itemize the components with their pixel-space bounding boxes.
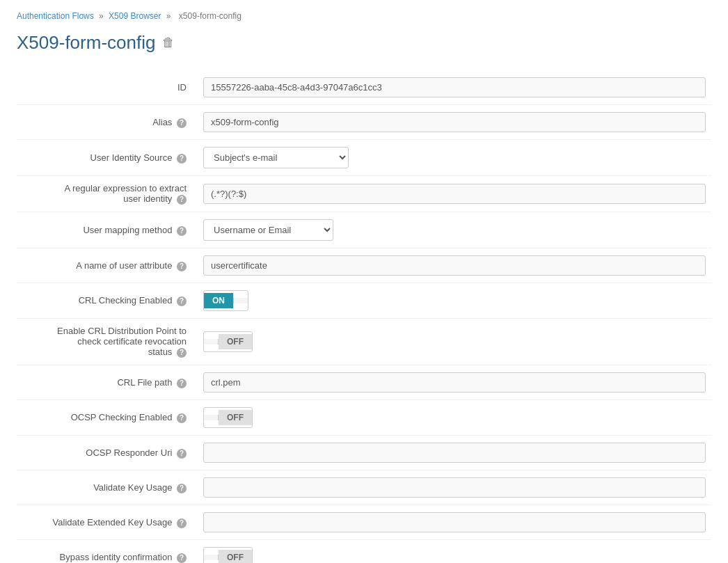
crl-toggle-off: [233, 298, 248, 303]
validate-extended-key-usage-row: Validate Extended Key Usage ?: [17, 505, 711, 540]
crl-dist-toggle-off: OFF: [219, 334, 252, 349]
bypass-identity-help-icon[interactable]: ?: [177, 553, 187, 563]
crl-toggle-on: ON: [204, 293, 233, 308]
bypass-identity-row: Bypass identity confirmation ? OFF: [17, 540, 711, 564]
crl-checking-label: CRL Checking Enabled ?: [17, 283, 198, 319]
regex-help-icon[interactable]: ?: [177, 195, 187, 205]
breadcrumb-current: x509-form-config: [179, 11, 242, 21]
user-attribute-input[interactable]: [203, 255, 706, 276]
validate-key-usage-help-icon[interactable]: ?: [177, 484, 187, 493]
validate-extended-key-usage-input[interactable]: [203, 512, 706, 532]
id-input[interactable]: [203, 77, 706, 97]
delete-icon[interactable]: 🗑: [162, 35, 175, 50]
ocsp-checking-value-cell: OFF: [198, 400, 711, 436]
crl-distribution-row: Enable CRL Distribution Point tocheck ce…: [17, 319, 711, 365]
validate-key-usage-input[interactable]: [203, 477, 706, 498]
user-attribute-value-cell: [198, 248, 711, 283]
validate-extended-key-usage-value-cell: [198, 505, 711, 540]
user-attribute-row: A name of user attribute ?: [17, 248, 711, 283]
crl-distribution-help-icon[interactable]: ?: [177, 348, 187, 358]
alias-row: Alias ?: [17, 105, 711, 140]
ocsp-responder-value-cell: [198, 436, 711, 470]
user-mapping-method-label: User mapping method ?: [17, 212, 198, 248]
ocsp-responder-input[interactable]: [203, 443, 706, 463]
user-attribute-label: A name of user attribute ?: [17, 248, 198, 283]
validate-key-usage-value-cell: [198, 470, 711, 505]
ocsp-responder-help-icon[interactable]: ?: [177, 449, 187, 459]
id-value-cell: [198, 70, 711, 105]
id-row: ID: [17, 70, 711, 105]
alias-value-cell: [198, 105, 711, 140]
user-mapping-method-row: User mapping method ? Username or Email …: [17, 212, 711, 248]
breadcrumb-auth-flows[interactable]: Authentication Flows: [17, 11, 94, 21]
validate-key-usage-row: Validate Key Usage ?: [17, 470, 711, 505]
breadcrumb-sep-2: »: [166, 11, 171, 21]
page-title-container: X509-form-config 🗑: [17, 32, 711, 54]
bypass-toggle-on-empty: [204, 555, 219, 560]
ocsp-checking-row: OCSP Checking Enabled ? OFF: [17, 400, 711, 436]
regex-row: A regular expression to extractuser iden…: [17, 176, 711, 212]
crl-checking-toggle[interactable]: ON: [203, 290, 248, 311]
crl-file-path-help-icon[interactable]: ?: [177, 379, 187, 388]
bypass-identity-value-cell: OFF: [198, 540, 711, 564]
user-mapping-method-value-cell: Username or Email Custom Attribute Mappe…: [198, 212, 711, 248]
user-mapping-method-select[interactable]: Username or Email Custom Attribute Mappe…: [203, 219, 333, 241]
crl-dist-toggle-on-empty: [204, 339, 219, 344]
ocsp-responder-row: OCSP Responder Uri ?: [17, 436, 711, 470]
ocsp-toggle-on-empty: [204, 415, 219, 420]
bypass-toggle-off: OFF: [219, 550, 252, 563]
regex-label: A regular expression to extractuser iden…: [17, 176, 198, 212]
validate-key-usage-label: Validate Key Usage ?: [17, 470, 198, 505]
user-identity-source-help-icon[interactable]: ?: [177, 154, 187, 164]
ocsp-responder-label: OCSP Responder Uri ?: [17, 436, 198, 470]
user-identity-source-row: User Identity Source ? Subject's e-mail …: [17, 140, 711, 176]
crl-file-path-label: CRL File path ?: [17, 365, 198, 400]
crl-checking-help-icon[interactable]: ?: [177, 296, 187, 306]
crl-file-path-row: CRL File path ?: [17, 365, 711, 400]
crl-distribution-label: Enable CRL Distribution Point tocheck ce…: [17, 319, 198, 365]
crl-checking-value-cell: ON: [198, 283, 711, 319]
breadcrumb-sep-1: »: [99, 11, 104, 21]
crl-file-path-value-cell: [198, 365, 711, 400]
regex-input[interactable]: [203, 184, 706, 204]
crl-distribution-toggle[interactable]: OFF: [203, 331, 253, 352]
regex-value-cell: [198, 176, 711, 212]
user-identity-source-label: User Identity Source ?: [17, 140, 198, 176]
validate-extended-key-usage-label: Validate Extended Key Usage ?: [17, 505, 198, 540]
user-mapping-method-help-icon[interactable]: ?: [177, 226, 187, 236]
user-attribute-help-icon[interactable]: ?: [177, 262, 187, 271]
bypass-identity-toggle[interactable]: OFF: [203, 547, 253, 563]
ocsp-checking-toggle[interactable]: OFF: [203, 407, 253, 428]
alias-input[interactable]: [203, 112, 706, 132]
breadcrumb: Authentication Flows » X509 Browser » x5…: [17, 11, 711, 21]
crl-checking-row: CRL Checking Enabled ? ON: [17, 283, 711, 319]
alias-label: Alias ?: [17, 105, 198, 140]
ocsp-checking-help-icon[interactable]: ?: [177, 413, 187, 423]
ocsp-checking-label: OCSP Checking Enabled ?: [17, 400, 198, 436]
crl-distribution-value-cell: OFF: [198, 319, 711, 365]
id-label: ID: [17, 70, 198, 105]
alias-help-icon[interactable]: ?: [177, 118, 187, 128]
user-identity-source-select[interactable]: Subject's e-mail Subject's Common Name S…: [203, 147, 349, 168]
validate-extended-key-usage-help-icon[interactable]: ?: [177, 518, 187, 528]
ocsp-toggle-off: OFF: [219, 410, 252, 425]
config-form: ID Alias ? User Identity Source ? Su: [17, 70, 711, 563]
crl-file-path-input[interactable]: [203, 372, 706, 392]
breadcrumb-x509-browser[interactable]: X509 Browser: [109, 11, 161, 21]
bypass-identity-label: Bypass identity confirmation ?: [17, 540, 198, 564]
page-title: X509-form-config: [17, 32, 155, 54]
user-identity-source-value-cell: Subject's e-mail Subject's Common Name S…: [198, 140, 711, 176]
